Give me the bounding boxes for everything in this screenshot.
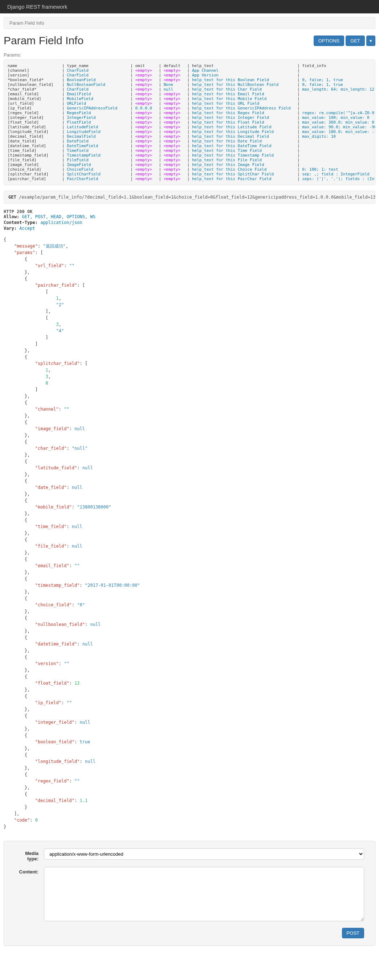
content-label: Content: [15, 867, 44, 923]
params-table: name| type_name| omit| default| help_tex… [4, 59, 375, 185]
content-textarea[interactable] [44, 867, 364, 921]
params-label: Params: [4, 52, 375, 57]
content-type-value: application/json [40, 220, 82, 225]
get-dropdown-toggle[interactable]: ▾ [366, 35, 375, 46]
allow-value: GET, POST, HEAD, OPTIONS, WS [22, 214, 96, 219]
response-status: HTTP 200 OK [4, 209, 375, 214]
options-button[interactable]: OPTIONS [313, 35, 344, 46]
header-button-group: OPTIONS GET ▾ [313, 35, 375, 46]
navbar: Django REST framework [0, 0, 379, 13]
breadcrumb: Param Field Info [4, 17, 375, 29]
request-info: GET /example/param_file_info/?decimal_fi… [4, 191, 375, 204]
get-button[interactable]: GET [345, 35, 365, 46]
post-form-panel: Media type: application/x-www-form-urlen… [4, 841, 375, 946]
request-method: GET [8, 195, 16, 200]
request-path: /example/param_file_info/?decimal_field=… [19, 195, 375, 200]
response-body: { "message": "返回成功", "params": [ { "url_… [4, 236, 375, 830]
content-type-label: Content-Type: [4, 220, 38, 225]
media-type-select[interactable]: application/x-www-form-urlencoded [44, 848, 364, 860]
vary-value: Accept [19, 226, 35, 231]
allow-label: Allow: [4, 214, 19, 219]
response-headers: HTTP 200 OK Allow: GET, POST, HEAD, OPTI… [4, 209, 375, 231]
media-type-label: Media type: [15, 848, 44, 861]
vary-label: Vary: [4, 226, 17, 231]
page-title: Param Field Info [4, 35, 83, 47]
post-button[interactable]: POST [342, 928, 364, 938]
navbar-brand[interactable]: Django REST framework [7, 4, 67, 10]
breadcrumb-current: Param Field Info [10, 20, 44, 26]
